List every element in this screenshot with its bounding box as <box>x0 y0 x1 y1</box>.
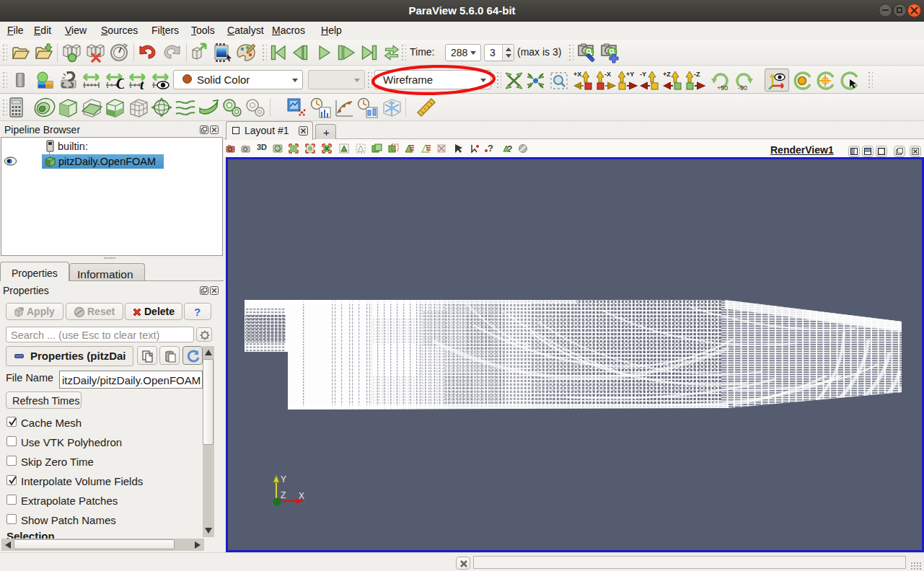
svg-text:C: C <box>116 76 124 89</box>
svg-text:?: ? <box>507 144 512 154</box>
svg-text:t: t <box>140 77 144 89</box>
svg-text:+Z: +Z <box>663 71 671 78</box>
svg-text:+X: +X <box>573 71 581 78</box>
svg-text:+Y: +Y <box>626 71 634 78</box>
svg-text:-X: -X <box>604 71 611 78</box>
svg-text:-Y: -Y <box>640 71 646 78</box>
svg-text:X: X <box>299 491 304 501</box>
svg-text:+90: +90 <box>717 84 728 91</box>
svg-text:Z: Z <box>281 490 286 500</box>
svg-text:Y: Y <box>281 474 286 484</box>
svg-text:?: ? <box>488 143 493 154</box>
svg-text:-Z: -Z <box>694 71 700 78</box>
svg-text:-90: -90 <box>738 84 747 91</box>
